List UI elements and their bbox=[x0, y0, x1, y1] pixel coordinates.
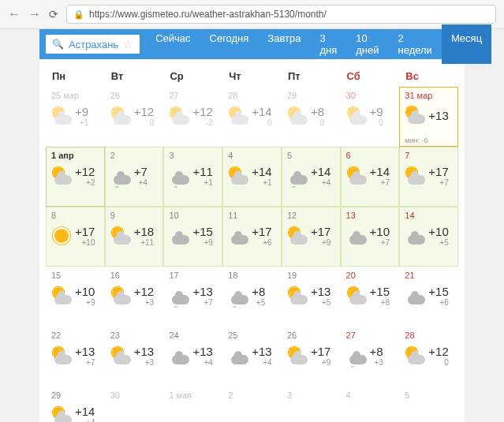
day-temps: +7+4 bbox=[134, 165, 147, 187]
calendar-day[interactable]: 15+10+9 bbox=[46, 267, 105, 327]
calendar-week: 8+17+109+18+1110+15+911+17+612+17+913+10… bbox=[46, 207, 458, 267]
refresh-button[interactable]: ⟳ bbox=[49, 8, 58, 21]
calendar-day[interactable]: 5,,,+14+4 bbox=[282, 147, 341, 207]
calendar-day[interactable]: 13+10+7 bbox=[341, 207, 400, 267]
calendar-day[interactable]: 1 мая bbox=[163, 387, 222, 422]
calendar-day[interactable]: 25 мар+9+1 bbox=[46, 87, 105, 147]
partly-cloudy-icon bbox=[51, 166, 72, 186]
calendar-day[interactable]: 30 bbox=[105, 387, 164, 422]
calendar-day[interactable]: 27+12-2 bbox=[163, 87, 222, 147]
calendar-day[interactable]: 2,,,+7+4 bbox=[105, 147, 164, 207]
day-number: 26 bbox=[287, 331, 335, 340]
calendar-day[interactable]: 8+17+10 bbox=[46, 207, 105, 267]
weekday-header: ПнВтСрЧтПтСбВс bbox=[46, 65, 458, 87]
calendar-day[interactable]: 2 bbox=[222, 387, 282, 422]
calendar-day[interactable]: 23+13+3 bbox=[105, 327, 164, 387]
day-number: 15 bbox=[51, 271, 99, 280]
day-weather: +14+1 bbox=[228, 165, 276, 187]
day-number: 30 bbox=[110, 390, 159, 400]
temp-low: +5 bbox=[256, 298, 265, 307]
temp-high: +17 bbox=[311, 345, 330, 358]
calendar-day[interactable]: 1 апр+12+2 bbox=[46, 147, 105, 207]
day-weather: +17+6 bbox=[228, 225, 276, 247]
temp-high: +10 bbox=[75, 285, 95, 298]
calendar-day[interactable]: 29+14+4 bbox=[46, 387, 105, 422]
calendar-day[interactable]: 18,,,+8+5 bbox=[222, 267, 282, 327]
day-number: 27 bbox=[346, 331, 394, 340]
day-temps: +13+3 bbox=[134, 345, 154, 367]
url-text: https://www.gismeteo.ru/weather-astrakha… bbox=[89, 9, 327, 20]
day-number: 30 bbox=[346, 91, 394, 100]
cloudy-icon bbox=[169, 226, 189, 246]
tab-Месяц[interactable]: Месяц bbox=[442, 24, 491, 64]
day-temps: +140 bbox=[252, 105, 271, 127]
temp-low: +4 bbox=[203, 358, 212, 367]
calendar-day[interactable]: 10+15+9 bbox=[163, 207, 222, 267]
temp-low: +8 bbox=[381, 298, 390, 307]
calendar-day[interactable]: 7+17+7 bbox=[399, 147, 458, 207]
tab-3 дня[interactable]: 3 дня bbox=[310, 24, 346, 64]
tab-Сейчас[interactable]: Сейчас bbox=[146, 24, 200, 64]
day-number: 27 bbox=[169, 91, 217, 100]
calendar-day[interactable]: 26+17+9 bbox=[282, 327, 341, 387]
calendar-day[interactable]: 20+15+8 bbox=[341, 267, 400, 327]
rain-icon: ,,, bbox=[169, 286, 189, 306]
address-bar[interactable]: 🔒 https://www.gismeteo.ru/weather-astrak… bbox=[66, 5, 496, 24]
calendar-day[interactable]: 6+14+7 bbox=[341, 147, 400, 207]
calendar-day[interactable]: 4 bbox=[341, 387, 400, 422]
forward-button[interactable]: → bbox=[28, 7, 41, 21]
partly-cloudy-icon bbox=[228, 166, 248, 186]
tab-10 дней[interactable]: 10 дней bbox=[346, 24, 388, 64]
day-number: 6 bbox=[346, 151, 394, 160]
partly-cloudy-icon bbox=[51, 345, 72, 366]
calendar-day[interactable]: 12+17+9 bbox=[282, 207, 341, 267]
calendar-day[interactable]: 4+14+1 bbox=[222, 147, 282, 207]
temp-high: +13 bbox=[428, 109, 448, 122]
day-weather: +90 bbox=[346, 105, 394, 127]
calendar-day[interactable]: 11+17+6 bbox=[222, 207, 282, 267]
day-temps: +14+1 bbox=[252, 165, 271, 187]
temp-high: +8 bbox=[252, 285, 265, 298]
temp-low: 0 bbox=[319, 118, 324, 127]
partly-cloudy-icon bbox=[51, 286, 72, 306]
calendar-day[interactable]: 25+13+4 bbox=[222, 327, 282, 387]
calendar-day[interactable]: 5 bbox=[399, 387, 458, 422]
tab-Завтра[interactable]: Завтра bbox=[258, 24, 310, 64]
day-temps: +90 bbox=[370, 105, 383, 127]
temp-high: +7 bbox=[134, 165, 147, 178]
calendar-day[interactable]: 14+10+5 bbox=[399, 207, 458, 267]
calendar-day[interactable]: 28+140 bbox=[222, 87, 282, 147]
calendar-day[interactable]: 9+18+11 bbox=[105, 207, 164, 267]
cloudy-icon bbox=[405, 286, 425, 306]
calendar-day[interactable]: 31 мар+13мин: -6 bbox=[399, 87, 458, 147]
calendar-day[interactable]: 28+120 bbox=[399, 327, 458, 387]
calendar-day[interactable]: 26+120 bbox=[105, 87, 164, 147]
temp-high: +14 bbox=[370, 165, 390, 178]
calendar-day[interactable]: 22+13+7 bbox=[46, 327, 105, 387]
city-search[interactable]: 🔍 Астрахань ☆ bbox=[44, 33, 141, 55]
calendar-day[interactable]: 24+13+4 bbox=[163, 327, 222, 387]
favorite-star-icon[interactable]: ☆ bbox=[123, 38, 133, 50]
temp-low: +1 bbox=[203, 178, 212, 187]
back-button[interactable]: ← bbox=[8, 7, 21, 21]
temp-low: +3 bbox=[374, 358, 383, 367]
day-weather: ,,,+8+3 bbox=[346, 345, 394, 367]
calendar-day[interactable]: 30+90 bbox=[341, 87, 400, 147]
calendar-day[interactable]: 3 bbox=[282, 387, 341, 422]
tab-2 недели[interactable]: 2 недели bbox=[389, 24, 442, 64]
calendar-day[interactable]: 21+15+6 bbox=[399, 267, 458, 327]
day-weather: +120 bbox=[405, 345, 453, 367]
tab-Сегодня[interactable]: Сегодня bbox=[200, 24, 259, 64]
calendar-day[interactable]: 29+80 bbox=[282, 87, 341, 147]
calendar-day[interactable]: 27,,,+8+3 bbox=[341, 327, 400, 387]
calendar-day[interactable]: 17,,,+13+7 bbox=[163, 267, 222, 327]
partly-cloudy-icon bbox=[346, 286, 367, 306]
day-weather: +10+5 bbox=[405, 225, 453, 247]
temp-low: 0 bbox=[267, 118, 272, 127]
calendar-day[interactable]: 19+13+5 bbox=[282, 267, 341, 327]
temp-high: +8 bbox=[370, 345, 383, 358]
calendar-day[interactable]: 3,,,+11+1 bbox=[163, 147, 222, 207]
calendar-day[interactable]: 16+12+3 bbox=[105, 267, 164, 327]
day-number: 23 bbox=[110, 331, 159, 340]
day-number: 25 bbox=[228, 331, 276, 340]
